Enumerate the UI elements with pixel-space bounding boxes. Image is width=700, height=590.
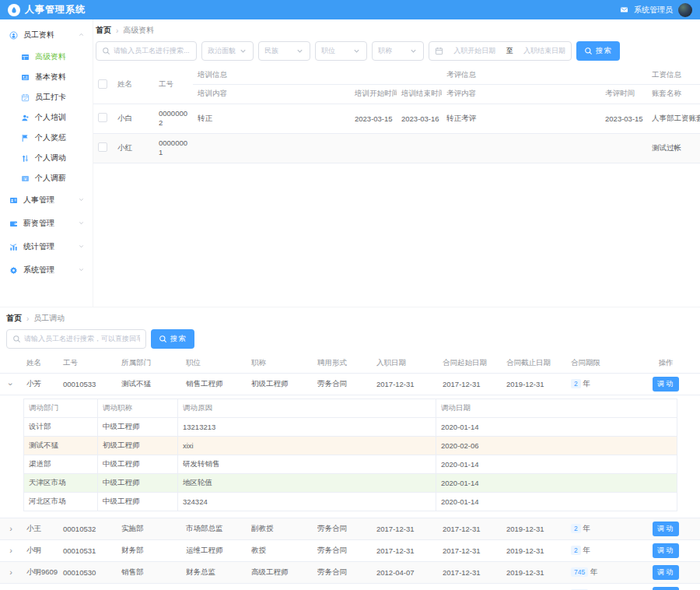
sidebar-item-个人调动[interactable]: 个人调动 — [0, 148, 93, 168]
chevron-up-icon — [78, 31, 85, 40]
cell-transfer-reason: xixi — [178, 436, 436, 455]
sidebar-item-高级资料[interactable]: 高级资料 — [0, 47, 93, 67]
transfer-action-button[interactable]: 调动 — [653, 565, 679, 580]
search-button[interactable]: 搜索 — [151, 329, 194, 349]
col-职称: 职称 — [247, 354, 313, 373]
cell-transfer-title: 初级工程师 — [98, 436, 178, 455]
cell-dept: 财务部 — [117, 539, 181, 561]
expand-row-icon[interactable]: › — [9, 525, 12, 533]
select-all-checkbox[interactable] — [98, 79, 107, 89]
contract-years-badge: 2 — [571, 524, 581, 533]
col-调动原因: 调动原因 — [178, 399, 436, 417]
chevron-down-icon — [352, 47, 361, 55]
expand-row-icon[interactable]: › — [9, 568, 12, 577]
col-eval-time: 考评时间 — [600, 84, 647, 104]
cell-contract-end: 2019-12-31 — [502, 518, 566, 539]
sidebar-item-label: 基本资料 — [35, 72, 66, 83]
sidebar-group-系统管理[interactable]: 系统管理 — [0, 258, 93, 282]
sidebar-group-人事管理[interactable]: 人事管理 — [0, 188, 93, 212]
col-合同起始日期: 合同起始日期 — [438, 354, 502, 373]
sidebar-item-员工打卡[interactable]: 员工打卡 — [0, 87, 93, 107]
col-职位: 职位 — [181, 354, 247, 373]
cell-title: 初级工程师 — [247, 373, 313, 395]
cell-name: 小明 — [22, 539, 58, 561]
row-checkbox[interactable] — [98, 142, 107, 152]
chevron-down-icon — [296, 47, 304, 55]
cell-transfer-date: 2020-01-14 — [436, 473, 677, 492]
employee-search-input[interactable]: 请输入员工名进行搜索... — [96, 41, 197, 61]
calendar-icon — [21, 93, 30, 102]
cell-hire-type: 劳务合同 — [313, 518, 372, 539]
collapse-row-icon[interactable]: › — [6, 382, 15, 385]
breadcrumb-home[interactable]: 首页 — [96, 25, 111, 36]
cell-position: 运维工程师 — [181, 539, 247, 561]
cell-transfer-dept: 河北区市场 — [24, 492, 98, 511]
cell-emp-id: 00000002 — [154, 104, 193, 133]
hire-date-range-input[interactable]: 入职开始日期 至 入职结束日期 — [429, 41, 572, 61]
transfer-row: ›小明960800010529销售部财务总监高级工程师劳务合同2012-04-0… — [0, 583, 700, 590]
filter-select-职称[interactable]: 职称 — [372, 41, 424, 61]
date-separator: 至 — [506, 46, 513, 56]
cell-hire-date: 2012-04-07 — [372, 561, 438, 583]
col-group-eval: 考评信息 — [442, 66, 647, 84]
select-placeholder: 职称 — [378, 46, 392, 56]
breadcrumb-home[interactable]: 首页 — [6, 313, 22, 324]
transfer-action-button[interactable]: 调动 — [653, 522, 679, 536]
transfer-row: ›小王00010532实施部市场部总监副教授劳务合同2017-12-312017… — [0, 518, 700, 539]
cell-hire-date: 2017-12-31 — [372, 539, 438, 561]
row-checkbox[interactable] — [98, 113, 107, 122]
chevron-down-icon — [78, 266, 85, 275]
cell-hire-type: 劳务合同 — [313, 561, 372, 583]
history-row: 设计部中级工程师132132132020-01-14 — [24, 417, 677, 436]
col-姓名: 姓名 — [22, 354, 58, 373]
cell-title: 副教授 — [247, 518, 313, 539]
search-placeholder: 请输入员工名进行搜索，可以直接回车搜索... — [24, 334, 140, 344]
cell-hire-type: 劳务合同 — [313, 539, 372, 561]
cell-contract-years: 2 年 — [566, 539, 632, 561]
transfer-action-button[interactable]: 调动 — [653, 587, 679, 590]
sidebar-group-统计管理[interactable]: 统计管理 — [0, 235, 93, 258]
sidebar-item-基本资料[interactable]: 基本资料 — [0, 67, 93, 87]
advanced-table-head: 姓名 工号 培训信息 考评信息 工资信息 培训内容 培训开始时间 培训结束时间 … — [93, 66, 700, 104]
cell-hire-type: 劳务合同 — [313, 373, 372, 395]
mail-icon[interactable] — [620, 5, 628, 14]
cell-transfer-reason: 地区轮值 — [178, 473, 436, 492]
filter-select-政治面貌[interactable]: 政治面貌 — [201, 41, 254, 61]
cell-contract-start: 2017-12-31 — [438, 373, 502, 395]
sidebar-group-薪资管理[interactable]: 薪资管理 — [0, 212, 93, 235]
col-调动日期: 调动日期 — [436, 399, 677, 417]
chevron-down-icon — [239, 47, 247, 55]
breadcrumb-separator-icon: › — [26, 314, 29, 323]
col-所属部门: 所属部门 — [117, 354, 181, 373]
cell-dept: 销售部 — [117, 583, 181, 590]
cell-emp-id: 00010532 — [58, 518, 117, 539]
search-icon — [159, 335, 167, 343]
employee-search-input[interactable]: 请输入员工名进行搜索，可以直接回车搜索... — [6, 329, 146, 349]
app-header: 人事管理系统 系统管理员 — [0, 0, 700, 19]
avatar[interactable] — [678, 3, 692, 17]
filter-select-民族[interactable]: 民族 — [258, 41, 310, 61]
expand-row-icon[interactable]: › — [9, 546, 12, 555]
sidebar-group-员工资料[interactable]: 员工资料 — [0, 23, 93, 47]
cell-position: 财务总监 — [181, 561, 247, 583]
transfer-action-button[interactable]: 调动 — [653, 543, 679, 558]
filter-bar: 请输入员工名进行搜索，可以直接回车搜索... 搜索 — [6, 329, 700, 349]
cell-contract-start: 2017-12-31 — [438, 539, 502, 561]
filter-select-职位[interactable]: 职位 — [315, 41, 367, 61]
cell-emp-id: 00010529 — [58, 583, 117, 590]
cell-transfer-reason: 324324 — [178, 492, 436, 511]
top-layout: 员工资料高级资料基本资料员工打卡个人培训个人奖惩个人调动¥个人调薪人事管理薪资管… — [0, 19, 700, 307]
transfer-action-button[interactable]: 调动 — [653, 377, 679, 392]
sidebar-item-个人奖惩[interactable]: 个人奖惩 — [0, 128, 93, 148]
cell-training-end — [397, 133, 442, 163]
cell-transfer-title: 中级工程师 — [98, 492, 178, 511]
cell-name: 小明9608 — [22, 583, 58, 590]
user-name: 系统管理员 — [634, 5, 673, 16]
cell-emp-id: 00010531 — [58, 539, 117, 561]
sidebar-item-个人培训[interactable]: 个人培训 — [0, 107, 93, 128]
cell-name: 小王 — [22, 518, 58, 539]
search-button-label: 搜索 — [170, 334, 187, 344]
cell-training-content — [193, 133, 350, 163]
sidebar-item-个人调薪[interactable]: ¥个人调薪 — [0, 168, 93, 188]
search-button[interactable]: 搜索 — [576, 41, 620, 61]
